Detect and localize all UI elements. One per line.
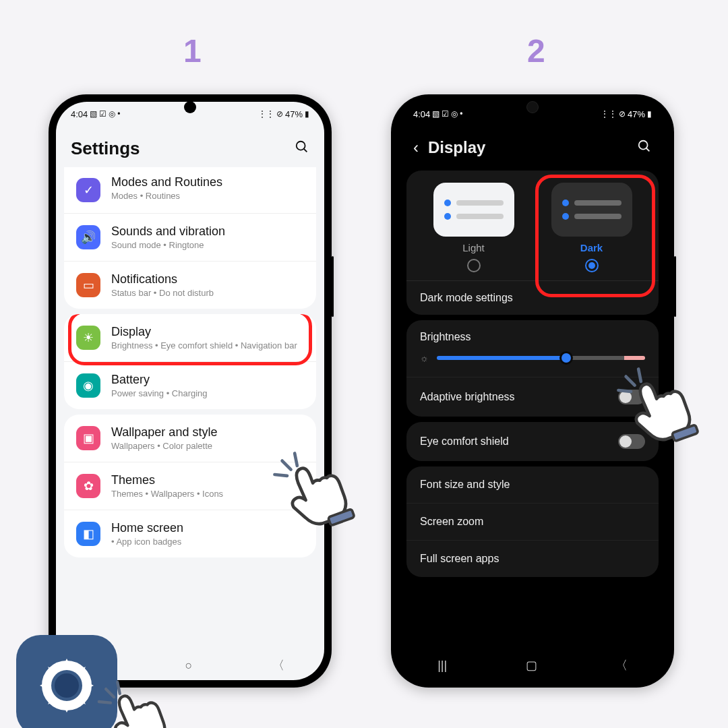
sound-icon: 🔊 [76,225,100,249]
light-label: Light [462,242,485,253]
light-preview [433,183,514,237]
search-icon[interactable] [295,140,309,158]
theme-card: Light Dark Dark mode settings [406,171,659,315]
row-dark-mode-settings[interactable]: Dark mode settings [406,280,659,315]
row-modes-routines[interactable]: ✓ Modes and Routines Modes • Routines [64,167,316,213]
row-display[interactable]: ☀ Display Brightness • Eye comfort shiel… [64,314,316,361]
status-time: 4:04 [413,109,430,119]
row-full-screen-apps[interactable]: Full screen apps [406,540,659,577]
row-subtitle: Brightness • Eye comfort shield • Naviga… [111,340,304,351]
brightness-label: Brightness [420,331,645,343]
theme-option-light[interactable]: Light [433,183,514,272]
full-label: Full screen apps [420,553,499,565]
wallpaper-icon: ▣ [76,426,100,450]
camera-notch [526,101,539,113]
target-icon: ◎ [451,109,458,119]
home-screen-icon: ◧ [76,522,100,546]
nav-home-icon[interactable]: ○ [185,659,193,673]
themes-icon: ✿ [76,474,100,498]
wifi-icon: ⋮⋮ [258,109,274,119]
row-screen-zoom[interactable]: Screen zoom [406,503,659,540]
more-card: Font size and style Screen zoom Full scr… [406,466,659,577]
row-subtitle: Modes • Routines [111,191,304,201]
svg-line-1 [304,149,307,152]
svg-line-3 [646,148,650,151]
row-notifications[interactable]: ▭ Notifications Status bar • Do not dist… [64,261,316,309]
settings-group-1: ✓ Modes and Routines Modes • Routines 🔊 … [64,167,316,309]
phone-frame-1: 4:04 ▧ ☑ ◎ • ⋮⋮ ⊘ 47% ▮ Settings ✓ [49,94,332,688]
radio-dark[interactable] [585,259,599,272]
display-header: ‹ Display [398,126,667,165]
check-icon: ☑ [442,109,449,119]
search-icon[interactable] [637,139,652,157]
image-icon: ▧ [432,109,439,119]
row-sounds-vibration[interactable]: 🔊 Sounds and vibration Sound mode • Ring… [64,213,316,261]
row-title: Sounds and vibration [111,224,304,239]
row-title: Notifications [111,272,304,286]
row-subtitle: • App icon badges [111,537,304,547]
sun-icon: ☼ [420,353,429,363]
row-title: Wallpaper and style [111,425,304,439]
check-icon: ☑ [99,109,107,119]
page-title: Settings [71,138,285,159]
battery-row-icon: ◉ [76,373,100,398]
back-icon[interactable]: ‹ [413,138,419,157]
row-subtitle: Status bar • Do not disturb [111,288,304,298]
target-icon: ◎ [109,109,115,119]
nav-bar: ||| ▢ 〈 [398,650,667,680]
row-subtitle: Power saving • Charging [111,388,304,398]
battery-icon: ▮ [305,109,309,119]
image-icon: ▧ [90,109,97,119]
row-font-size[interactable]: Font size and style [406,466,659,503]
brightness-slider[interactable]: ☼ [420,353,645,363]
status-time: 4:04 [71,109,88,119]
status-battery: 47% [628,109,645,119]
row-battery[interactable]: ◉ Battery Power saving • Charging [64,361,316,409]
svg-point-0 [297,142,305,150]
row-title: Display [111,325,304,339]
nav-back-icon[interactable]: 〈 [272,657,284,673]
svg-point-2 [639,140,648,149]
no-data-icon: ⊘ [619,109,626,119]
row-title: Modes and Routines [111,175,304,189]
settings-group-2: ☀ Display Brightness • Eye comfort shiel… [64,314,316,409]
step-number-1: 1 [183,32,202,69]
svg-point-6 [55,674,78,697]
row-title: Battery [111,373,304,387]
wifi-icon: ⋮⋮ [601,109,617,119]
page-title: Display [428,138,628,157]
tap-pointer-icon [270,448,357,536]
modes-icon: ✓ [76,178,100,202]
nav-back-icon[interactable]: 〈 [615,657,628,673]
settings-header: Settings [56,126,324,167]
row-subtitle: Sound mode • Ringtone [111,240,304,250]
tap-pointer-icon [613,364,701,452]
step-number-2: 2 [527,32,545,69]
adaptive-label: Adaptive brightness [420,391,515,403]
screen-settings: 4:04 ▧ ☑ ◎ • ⋮⋮ ⊘ 47% ▮ Settings ✓ [56,102,324,680]
tap-pointer-icon [94,677,175,728]
slider-thumb[interactable] [559,351,573,365]
no-data-icon: ⊘ [276,109,283,119]
dot-icon: • [117,109,120,119]
zoom-label: Screen zoom [420,516,483,528]
nav-home-icon[interactable]: ▢ [526,658,537,673]
display-icon: ☀ [76,326,100,350]
font-label: Font size and style [420,479,510,491]
radio-light[interactable] [467,259,481,272]
notifications-icon: ▭ [76,273,100,297]
eye-label: Eye comfort shield [420,435,509,448]
dot-icon: • [460,109,462,119]
status-battery: 47% [285,109,303,119]
gear-icon [33,652,100,719]
dark-label: Dark [580,242,603,253]
dark-preview [551,183,632,237]
theme-option-dark[interactable]: Dark [551,183,632,272]
battery-icon: ▮ [647,109,652,119]
nav-recent-icon[interactable]: ||| [437,659,447,673]
camera-notch [184,101,196,113]
